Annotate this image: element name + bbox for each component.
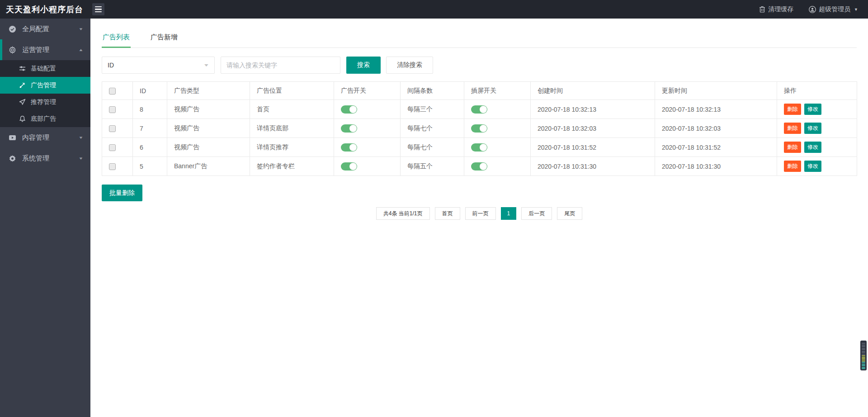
edit-button[interactable]: 修改 (804, 161, 821, 172)
row-checkbox[interactable] (109, 106, 116, 113)
row-checkbox[interactable] (109, 144, 116, 151)
row-select-cell (102, 157, 133, 176)
toggle-switch[interactable] (341, 105, 357, 114)
tab-ad-list[interactable]: 广告列表 (102, 27, 131, 47)
sidebar-nav: 全局配置 ▼ 运营管理 ▲ 基础配置 广告管理 (0, 19, 90, 417)
sidebar-item-ad-management[interactable]: 广告管理 (0, 77, 90, 94)
send-icon (19, 99, 26, 105)
hamburger-menu-icon[interactable] (92, 3, 104, 15)
delete-button[interactable]: 删除 (784, 142, 801, 153)
cell-operations: 删除修改 (777, 119, 857, 138)
clear-cache-label: 清理缓存 (768, 5, 793, 14)
sidebar-item-recommend-management[interactable]: 推荐管理 (0, 94, 90, 110)
sidebar-item-label: 推荐管理 (31, 98, 56, 106)
cell-screen-switch (464, 157, 531, 176)
chevron-down-icon: ▼ (203, 63, 209, 67)
cell-ad-switch (334, 119, 401, 138)
main-content: 广告列表 广告新增 ID ▼ 搜索 清除搜索 ID 广告类型 (90, 19, 868, 417)
sidebar-item-content-management[interactable]: 内容管理 ▼ (0, 127, 90, 148)
sidebar-item-global-config[interactable]: 全局配置 ▼ (0, 19, 90, 39)
table-row: 8视频广告首页每隔三个2020-07-18 10:32:132020-07-18… (102, 100, 857, 119)
cell-updated: 2020-07-18 10:31:30 (655, 157, 777, 176)
batch-delete-button[interactable]: 批量删除 (102, 185, 142, 201)
pagination-prev[interactable]: 前一页 (465, 207, 496, 220)
cell-created: 2020-07-18 10:32:13 (531, 100, 655, 119)
cell-created: 2020-07-18 10:32:03 (531, 119, 655, 138)
col-header-id: ID (133, 82, 167, 100)
delete-button[interactable]: 删除 (784, 104, 801, 115)
toggle-switch[interactable] (471, 143, 487, 152)
toggle-switch[interactable] (341, 162, 357, 171)
top-header: 天天盈利小程序后台 清理缓存 超级管理员 ▼ (0, 0, 868, 19)
cell-updated: 2020-07-18 10:31:52 (655, 138, 777, 157)
tab-ad-create[interactable]: 广告新增 (150, 27, 179, 47)
admin-page: 天天盈利小程序后台 清理缓存 超级管理员 ▼ 全局配置 (0, 0, 868, 417)
toggle-switch[interactable] (341, 143, 357, 152)
sidebar-item-basic-config[interactable]: 基础配置 (0, 60, 90, 77)
cell-type: 视频广告 (167, 100, 250, 119)
cell-created: 2020-07-18 10:31:30 (531, 157, 655, 176)
gear-filled-icon (9, 155, 16, 162)
ads-table: ID 广告类型 广告位置 广告开关 间隔条数 插屏开关 创建时间 更新时间 操作… (102, 81, 857, 176)
chevron-down-icon: ▼ (78, 156, 83, 161)
chevron-down-icon: ▼ (854, 7, 858, 12)
toggle-switch[interactable] (341, 124, 357, 133)
search-bar: ID ▼ 搜索 清除搜索 (102, 57, 857, 74)
edit-button[interactable]: 修改 (804, 142, 821, 153)
cell-created: 2020-07-18 10:31:52 (531, 138, 655, 157)
sidebar-item-label: 底部广告 (31, 115, 56, 123)
bell-icon (19, 115, 26, 122)
search-keyword-input[interactable] (221, 57, 340, 74)
edit-button[interactable]: 修改 (804, 123, 821, 134)
table-row: 7视频广告详情页底部每隔七个2020-07-18 10:32:032020-07… (102, 119, 857, 138)
chevron-down-icon: ▼ (78, 27, 83, 31)
cell-id: 7 (133, 119, 167, 138)
sidebar-item-label: 基础配置 (31, 65, 56, 73)
pagination-first[interactable]: 首页 (435, 207, 460, 220)
pagination-last[interactable]: 尾页 (557, 207, 582, 220)
table-row: 6视频广告详情页推荐每隔七个2020-07-18 10:31:522020-07… (102, 138, 857, 157)
chevron-down-icon: ▼ (78, 136, 83, 140)
scroll-extension-widget[interactable] (860, 341, 867, 370)
promotion-icon (19, 82, 26, 89)
cell-interval: 每隔七个 (401, 138, 464, 157)
toggle-switch[interactable] (471, 124, 487, 133)
cell-interval: 每隔三个 (401, 100, 464, 119)
user-menu[interactable]: 超级管理员 ▼ (809, 5, 858, 14)
clear-cache-button[interactable]: 清理缓存 (759, 5, 793, 14)
sidebar-item-label: 系统管理 (22, 154, 49, 163)
sidebar-item-operations[interactable]: 运营管理 ▲ (0, 39, 90, 60)
cell-id: 6 (133, 138, 167, 157)
cell-type: 视频广告 (167, 138, 250, 157)
row-checkbox[interactable] (109, 125, 116, 132)
header-right: 清理缓存 超级管理员 ▼ (759, 5, 868, 14)
toggle-switch[interactable] (471, 162, 487, 171)
pagination-page-1[interactable]: 1 (501, 207, 517, 220)
edit-button[interactable]: 修改 (804, 104, 821, 115)
delete-button[interactable]: 删除 (784, 161, 801, 172)
toggle-switch[interactable] (471, 105, 487, 114)
delete-button[interactable]: 删除 (784, 123, 801, 134)
clear-search-button[interactable]: 清除搜索 (386, 57, 433, 74)
sidebar-item-system-management[interactable]: 系统管理 ▼ (0, 148, 90, 169)
user-name-label: 超级管理员 (819, 5, 850, 14)
cell-ad-switch (334, 100, 401, 119)
search-button[interactable]: 搜索 (346, 57, 381, 74)
search-field-value: ID (108, 62, 114, 69)
col-header-operations: 操作 (777, 82, 857, 100)
table-row: 5Banner广告签约作者专栏每隔五个2020-07-18 10:31:3020… (102, 157, 857, 176)
row-checkbox[interactable] (109, 163, 116, 170)
row-select-cell (102, 138, 133, 157)
cell-position: 首页 (250, 100, 334, 119)
cell-operations: 删除修改 (777, 100, 857, 119)
sidebar-item-label: 运营管理 (22, 46, 49, 54)
select-all-checkbox[interactable] (109, 88, 116, 95)
search-field-select[interactable]: ID ▼ (102, 57, 215, 74)
sidebar-item-bottom-ads[interactable]: 底部广告 (0, 110, 90, 127)
cell-interval: 每隔五个 (401, 157, 464, 176)
cell-id: 5 (133, 157, 167, 176)
cell-position: 详情页推荐 (250, 138, 334, 157)
pagination-next[interactable]: 后一页 (521, 207, 552, 220)
col-header-updated: 更新时间 (655, 82, 777, 100)
col-header-interval: 间隔条数 (401, 82, 464, 100)
